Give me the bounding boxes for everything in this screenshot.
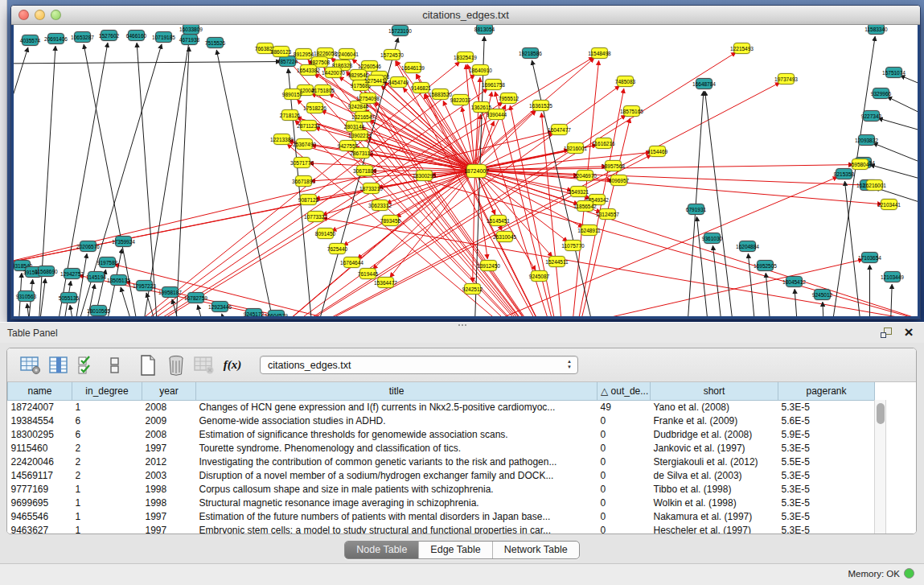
graph-canvas[interactable]: 4035574206914061065328715276026466160107… bbox=[14, 25, 918, 316]
graph-node[interactable]: 9822037 bbox=[452, 94, 469, 105]
graph-node[interactable]: 12215493 bbox=[733, 43, 750, 54]
graph-node[interactable]: 16033809 bbox=[183, 25, 199, 35]
table-row[interactable]: 946554611997Estimation of the future num… bbox=[8, 509, 875, 523]
graph-node[interactable]: 15244511 bbox=[548, 256, 565, 267]
table-row[interactable]: 1830029562008Estimation of significance … bbox=[8, 427, 875, 441]
graph-node[interactable]: 16047477 bbox=[551, 124, 568, 135]
graph-node[interactable]: 7955512 bbox=[500, 93, 517, 104]
graph-node[interactable]: 8096957 bbox=[610, 175, 627, 186]
graph-node[interactable]: 7663822 bbox=[257, 43, 273, 54]
graph-node[interactable]: 18300295 bbox=[416, 170, 433, 181]
graph-node[interactable]: 19958187 bbox=[162, 286, 179, 298]
column-header-0[interactable]: name bbox=[8, 382, 72, 400]
graph-node[interactable]: 12213389 bbox=[273, 134, 290, 145]
graph-node[interactable]: 16604579 bbox=[268, 310, 285, 316]
graph-node[interactable]: 16764644 bbox=[343, 257, 360, 268]
graph-node[interactable]: 11548498 bbox=[591, 47, 608, 59]
selection-mode-icon[interactable] bbox=[75, 353, 99, 377]
function-builder-icon[interactable]: f(x) bbox=[220, 353, 244, 377]
graph-node[interactable]: 9245012 bbox=[814, 289, 831, 300]
table-row[interactable]: 911546021997Tourette syndrome. Phenomeno… bbox=[8, 441, 875, 455]
graph-node[interactable]: 9146821 bbox=[413, 82, 429, 93]
graph-node[interactable]: 20206576 bbox=[80, 241, 97, 252]
graph-node[interactable]: 16782759 bbox=[187, 292, 204, 303]
delete-table-icon[interactable] bbox=[192, 353, 216, 377]
graph-node[interactable]: 15751074 bbox=[885, 67, 902, 78]
graph-node[interactable]: 16543382 bbox=[300, 64, 317, 76]
table-row[interactable]: 969969511998Structural magnetic resonanc… bbox=[8, 496, 875, 509]
tab-network-table[interactable]: Network Table bbox=[493, 542, 579, 558]
graph-node[interactable]: 22406041 bbox=[339, 48, 355, 60]
graph-node[interactable]: 30623312 bbox=[372, 200, 388, 211]
graph-node[interactable]: 7515526 bbox=[207, 37, 224, 48]
graph-node[interactable]: 18733210 bbox=[363, 183, 380, 194]
column-header-2[interactable]: year bbox=[142, 382, 196, 400]
graph-node[interactable]: 5055135 bbox=[60, 292, 77, 303]
row-height-icon[interactable] bbox=[103, 353, 127, 377]
graph-node[interactable]: 22046970 bbox=[577, 170, 593, 181]
graph-node[interactable]: 19218586 bbox=[522, 47, 539, 59]
graph-node[interactable]: 17359924 bbox=[115, 236, 132, 247]
graph-node[interactable]: 9390444 bbox=[488, 109, 505, 120]
table-selector-dropdown[interactable]: citations_edges.txt ▲▼ bbox=[260, 356, 578, 374]
new-column-icon[interactable] bbox=[136, 353, 160, 377]
graph-node[interactable]: 30571776 bbox=[294, 157, 310, 168]
delete-icon[interactable] bbox=[164, 353, 188, 377]
graph-node[interactable]: 9087123 bbox=[300, 194, 317, 205]
graph-node[interactable]: 18957568 bbox=[605, 160, 622, 171]
graph-node[interactable]: 16248911 bbox=[581, 225, 598, 236]
graph-node[interactable]: 15145451 bbox=[490, 215, 507, 226]
graph-node[interactable]: 18724007 bbox=[466, 164, 487, 178]
graph-node[interactable]: 17518226 bbox=[306, 102, 323, 113]
graph-node[interactable]: 12754098 bbox=[359, 93, 376, 104]
graph-node[interactable]: 16648784 bbox=[696, 78, 713, 89]
graph-node[interactable]: 18640910 bbox=[472, 64, 489, 76]
graph-node[interactable]: 5549321 bbox=[570, 186, 587, 197]
table-row[interactable]: 1938455462009Genome-wide association stu… bbox=[8, 414, 875, 427]
graph-node[interactable]: 13912450 bbox=[480, 260, 497, 271]
graph-node[interactable]: 16646139 bbox=[405, 62, 421, 73]
graph-node[interactable]: 16961758 bbox=[485, 79, 502, 90]
graph-node[interactable]: 28673112 bbox=[353, 147, 370, 159]
graph-node[interactable]: 18045412 bbox=[786, 276, 803, 287]
graph-node[interactable]: 7619445 bbox=[359, 268, 376, 279]
column-header-4[interactable]: △ out_de... bbox=[598, 382, 651, 400]
graph-node[interactable]: 10653287 bbox=[74, 31, 91, 43]
graph-node[interactable]: 16204884 bbox=[739, 241, 756, 252]
graph-node[interactable]: 13124557 bbox=[599, 208, 616, 220]
graph-node[interactable]: 15364477 bbox=[377, 277, 394, 288]
graph-node[interactable]: 9242512 bbox=[464, 283, 481, 295]
graph-node[interactable]: 9329966 bbox=[873, 88, 889, 99]
tab-edge-table[interactable]: Edge Table bbox=[419, 542, 492, 558]
float-panel-icon[interactable] bbox=[879, 325, 893, 340]
graph-node[interactable]: 15723100 bbox=[392, 25, 409, 36]
table-row[interactable]: 2242004622012Investigating the contribut… bbox=[8, 455, 875, 468]
graph-node[interactable]: 14420070 bbox=[325, 67, 342, 78]
table-options-icon[interactable] bbox=[18, 353, 43, 377]
window-titlebar[interactable]: citations_edges.txt bbox=[11, 6, 920, 25]
graph-node[interactable]: 7893456 bbox=[382, 215, 399, 226]
graph-node[interactable]: 8912954 bbox=[295, 48, 312, 60]
graph-node[interactable]: 30671889 bbox=[356, 165, 373, 176]
graph-node[interactable]: 1527602 bbox=[101, 30, 117, 41]
graph-node[interactable]: 18325419 bbox=[457, 51, 474, 63]
graph-node[interactable]: 1145194 bbox=[88, 271, 105, 282]
column-header-6[interactable]: pagerank bbox=[778, 382, 875, 400]
graph-node[interactable]: 13505135 bbox=[110, 274, 127, 286]
graph-node[interactable]: 9175685 bbox=[352, 80, 369, 91]
column-header-3[interactable]: title bbox=[196, 382, 598, 400]
table-row[interactable]: 1456911722003Disruption of a novel membe… bbox=[8, 468, 875, 482]
graph-node[interactable]: 1362615 bbox=[473, 101, 490, 113]
graph-node[interactable]: 4671938 bbox=[181, 34, 198, 45]
graph-node[interactable]: 8454749 bbox=[390, 76, 407, 88]
graph-node[interactable]: 8215358 bbox=[836, 168, 852, 179]
scrollbar-thumb[interactable] bbox=[877, 403, 885, 424]
graph-node[interactable]: 15724570 bbox=[384, 49, 400, 60]
graph-node[interactable]: 17103654 bbox=[861, 252, 878, 263]
graph-node[interactable]: 2718126 bbox=[281, 109, 298, 121]
graph-node[interactable]: 7485083 bbox=[617, 76, 634, 87]
graph-node[interactable]: 12103441 bbox=[881, 199, 897, 210]
graph-node[interactable]: 11075770 bbox=[565, 240, 581, 251]
graph-node[interactable]: 9197588 bbox=[99, 257, 116, 268]
graph-node[interactable]: 20691406 bbox=[47, 33, 64, 44]
